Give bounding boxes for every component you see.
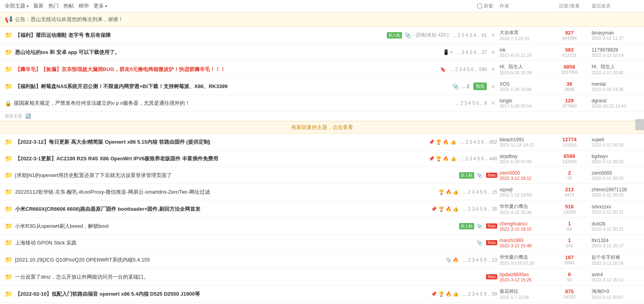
thread-last-9: avin4 2022-3-12 20:11 (592, 272, 639, 282)
thread-author-9: hpdwz8695es 2022-3-12 15:25 (500, 272, 547, 282)
lock-icon-5: 🔒 (5, 100, 12, 106)
thread-row-5: 📁 小米CR660X(CR6606 6608)路由器原厂固件 bootloade… (0, 200, 644, 218)
thread-last-2: bg4wyv 2022-3-12 20:32 (592, 154, 639, 164)
topbar-item-latest[interactable]: 最新 (33, 2, 44, 10)
topbar-item-all[interactable]: 全部主题 (5, 2, 29, 10)
section-header[interactable]: 有新回复的主题，点击查看 (0, 121, 644, 134)
thread-last-7: lhn1324 2022-3-12 20:17 (592, 238, 639, 248)
thread-row-3: 📁 [求助]N1的openwrt用历史配置还原了下后就无法设置登录管理页面了 新… (0, 167, 644, 184)
thread-title-3[interactable]: [求助]N1的openwrt用历史配置还原了下后就无法设置登录管理页面了 (15, 172, 455, 179)
phone-icon: 📱 ▫ (443, 49, 452, 55)
sticky-close-5[interactable]: ✕ (489, 100, 497, 106)
thread-title-5[interactable]: 小米CR660X(CR6606 6608)路由器原厂固件 bootloader+… (15, 206, 429, 213)
sticky-row-2: 📁 恩山论坛的ios 和 安卓 app 可以下载使用了。 📱 ▫ ... 3 4… (0, 44, 644, 61)
sticky-count-4: 36 3689 (554, 81, 585, 92)
new-badge-6: New (486, 223, 497, 229)
top-bar: 全部主题 最新 热门 热帖 精华 更多 新窗 作者 回复/查看 最后发表 (0, 0, 644, 12)
thread-last-10: 淘淘0+0 2022-3-12 20:07 (592, 288, 639, 300)
new-window-checkbox[interactable]: 新窗 (477, 3, 493, 10)
thread-author-10: 菊花帅比 2021-1-7 22:06 (500, 288, 547, 300)
thread-count-10: 875 14332 (554, 289, 585, 299)
sticky-last-1: binaryman 2022-3-12 11:37 (592, 30, 639, 40)
thread-tags-8: 📎 🔥 (446, 257, 459, 263)
sticky-author-2: ink 2017-6-15 11:29 (500, 47, 547, 58)
notice-text: 公告：恩山无线论坛欢迎您的每次到来，谢谢！ (15, 16, 123, 23)
sticky-count-1: 927 943394 (554, 30, 585, 40)
topbar-item-more[interactable]: 更多 (94, 2, 107, 10)
topbar-item-featured[interactable]: 精华 (79, 2, 89, 10)
sticky-count-5: 129 377660 (554, 98, 585, 108)
sticky-suffix-1: - [回帖奖励 420 ] (413, 32, 449, 38)
thread-title-6[interactable]: 小米R3G从openwrt刷入breed，解锁boot (15, 223, 455, 230)
thread-title-9[interactable]: 一台设置了dmz，怎么开放让外网能访问另一台的某端口。 (15, 273, 483, 281)
preview-btn-4[interactable]: 预览 (473, 83, 487, 90)
thread-list: 📁 【2022-3-12】每日更新 高大全/精简版 Openwrt x86 5.… (0, 134, 644, 304)
sticky-title-3[interactable]: 【薅羊毛】【捡漏】京东惊现超大漏洞BUG，群友0元撸电烤箱微波炉！快进群薅羊毛！… (15, 66, 438, 73)
thread-row-4: 📁 20220112歌华链-京东-酸乳-iKoolProxy-微信推送-网易云-… (0, 184, 644, 200)
sticky-count-2: 563 612721 (554, 47, 585, 58)
new-window-input[interactable] (477, 4, 482, 8)
thread-title-4[interactable]: 20220112歌华链-京东-酸乳-iKoolProxy-微信推送-网易云-sm… (15, 189, 436, 196)
thread-author-2: sirpdboy 2021-6-20 07:43 (500, 154, 547, 164)
sidebar-tab-btn[interactable]: ⋮ (635, 119, 644, 130)
thread-last-6: dust2k 2022-3-12 20:21 (592, 221, 639, 231)
thread-folder-9: 📁 (5, 273, 13, 281)
thread-pages-5: ... 2 3 4 5 6 .. 35 (463, 206, 497, 212)
topbar-item-hot[interactable]: 热门 (48, 2, 59, 10)
sticky-close-2[interactable]: ✕ (489, 49, 497, 56)
thread-folder-10: 📁 (5, 290, 13, 298)
sticky-close-3[interactable]: ✕ (489, 66, 497, 73)
new-badge-9: New (486, 274, 497, 279)
thread-meta-5: 华华夏の鹰击 2021-9-22 20:36 516 13269 sdxxzzx… (500, 203, 639, 215)
thread-meta-4: xqxwjl 2022-1-12 19:59 213 4473 zhlmm199… (500, 187, 639, 197)
thread-meta-7: march1993 2022-3-12 15:48 1 141 lhn1324 … (500, 237, 639, 248)
version-label: 版块主题 (5, 113, 22, 119)
thread-folder-1: 📁 (5, 138, 13, 146)
thread-pages-8: ... 2 3 4 5 6 .. 13 (463, 257, 497, 263)
new-badge-3: New (486, 173, 497, 178)
thread-count-3: 2 79 (554, 170, 585, 181)
sticky-meta-3: Hi、陌生人 2019-5-28 15:28 8858 1837855 Hi、陌… (500, 63, 639, 75)
sticky-last-3: Hi、陌生人 2022-3-11 20:42 (592, 63, 639, 75)
thread-title-8[interactable]: [2021.10.29]JCG Q10Pro/Q20 OPENWRT系统内核5.… (15, 256, 443, 264)
thread-folder-3: 📁 (5, 171, 13, 179)
thread-tags-2: 📌 🏆 🔥 👍 (429, 156, 456, 162)
sticky-last-5: dgrand 2020-10-22 15:43 (592, 98, 639, 108)
col-header-replies: 回复/查看 (554, 3, 585, 10)
thread-row-10: 📁 【2022-02-10】低配入门软路由福音 openwrt x86 5.4内… (0, 285, 644, 303)
thread-title-10[interactable]: 【2022-02-10】低配入门软路由福音 openwrt x86 5.4内核 … (15, 291, 429, 298)
thread-author-7: march1993 2022-3-12 15:48 (500, 238, 547, 248)
sticky-title-2[interactable]: 恩山论坛的ios 和 安卓 app 可以下载使用了。 (15, 49, 440, 56)
thread-title-2[interactable]: 【2022-3-1更新】AC2100 R2S R4S X86 OpenWrt I… (15, 155, 426, 162)
thread-title-7[interactable]: 上海移动 GPON Stick 实践 (15, 239, 474, 246)
thread-author-3: zwm5000 2022-3-12 18:12 (500, 170, 547, 181)
thread-tag-6b: 📎 (477, 223, 483, 229)
folder-icon-3: 📁 (5, 65, 13, 73)
thread-count-9: 6 93 (554, 271, 585, 282)
sticky-row-3: 📁 【薅羊毛】【捡漏】京东惊现超大漏洞BUG，群友0元撸电烤箱微波炉！快进群薅羊… (0, 61, 644, 78)
refresh-icon[interactable]: 🔄 (25, 114, 31, 119)
sticky-title-5[interactable]: 据国家相关规定，严禁发布任何非法建立的v p n服务器，尤其是通往境外的！ (14, 100, 451, 107)
badge-newperson-6: 新人帖 (459, 223, 474, 229)
sticky-title-4[interactable]: 【福利贴】树莓盘NAS系统开启公测！不限速内网穿透+Bt下载！支持树莓派、X86… (15, 83, 450, 90)
sticky-close-1[interactable]: ✕ (489, 32, 497, 38)
thread-tag-7b: 📎 (477, 240, 483, 246)
sticky-author-1: 大吉体育 2020-7-3 20:19 (500, 29, 547, 41)
topbar-item-hotposts[interactable]: 热帖 (63, 2, 74, 10)
thread-meta-9: hpdwz8695es 2022-3-12 15:25 6 93 avin4 2… (500, 271, 639, 282)
thread-meta-10: 菊花帅比 2021-1-7 22:06 875 14332 淘淘0+0 2022… (500, 288, 639, 300)
thread-meta-1: bleach1991 2021-11-24 19:22 12774 131316… (500, 137, 639, 147)
thread-pages-4: ... 2 3 4 5 6 .. 15 (463, 189, 497, 195)
badge-new-person-1: 新人帖 (387, 32, 402, 38)
sticky-title-1[interactable]: 【福利】莆田运动潮鞋 老字号 售后有保障 (15, 32, 383, 39)
sticky-row-1: 📁 【福利】莆田运动潮鞋 老字号 售后有保障 新人帖 📎 - [回帖奖励 420… (0, 27, 644, 44)
thread-title-1[interactable]: 【2022-3-12】每日更新 高大全/精简版 Openwrt x86 5.15… (15, 139, 426, 146)
thread-folder-8: 📁 (5, 256, 13, 264)
sticky-meta-4: XOS 2021-1-26 16:06 36 3689 menial 2022-… (500, 81, 639, 92)
notice-bar: 📢 公告：恩山无线论坛欢迎您的每次到来，谢谢！ (0, 12, 644, 27)
sticky-meta-5: longlo 2017-5-20 00:54 129 377660 dgrand… (500, 98, 639, 108)
tag-img-4: 📎 (452, 83, 459, 90)
sticky-close-4[interactable]: ✕ (489, 83, 497, 90)
thread-count-6: 1 68 (554, 221, 585, 231)
thread-author-5: 华华夏の鹰击 2021-9-22 20:36 (500, 203, 547, 215)
